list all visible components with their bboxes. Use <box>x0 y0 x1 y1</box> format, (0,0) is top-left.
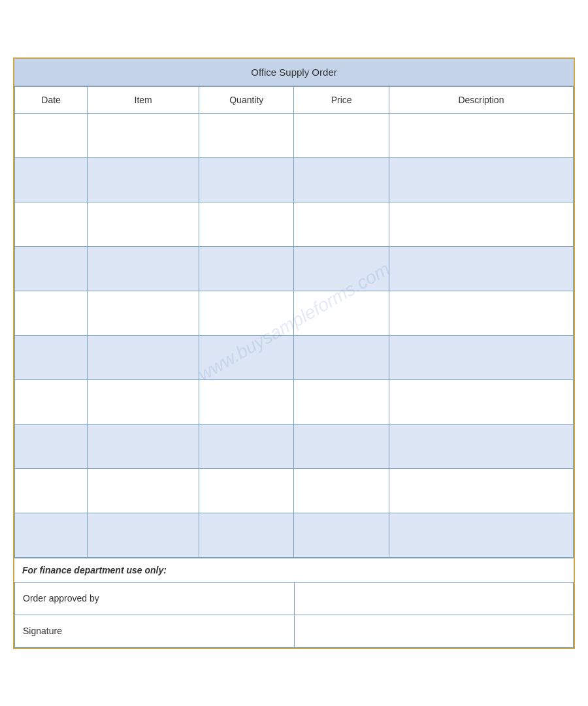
table-cell[interactable] <box>15 513 88 557</box>
col-description: Description <box>389 86 573 113</box>
table-cell[interactable] <box>15 379 88 424</box>
title-text: Office Supply Order <box>251 67 336 78</box>
table-cell[interactable] <box>88 379 199 424</box>
table-cell[interactable] <box>294 246 389 291</box>
table-row[interactable] <box>15 113 574 157</box>
table-row[interactable] <box>15 468 574 513</box>
table-cell[interactable] <box>294 379 389 424</box>
table-row[interactable] <box>15 379 574 424</box>
table-cell[interactable] <box>294 202 389 246</box>
table-cell[interactable] <box>88 291 199 335</box>
col-date: Date <box>15 86 88 113</box>
table-cell[interactable] <box>389 468 573 513</box>
table-cell[interactable] <box>15 424 88 468</box>
col-item: Item <box>88 86 199 113</box>
table-cell[interactable] <box>389 291 573 335</box>
table-cell[interactable] <box>294 113 389 157</box>
table-cell[interactable] <box>199 246 294 291</box>
table-cell[interactable] <box>294 424 389 468</box>
table-row[interactable] <box>15 246 574 291</box>
table-cell[interactable] <box>199 291 294 335</box>
table-cell[interactable] <box>199 379 294 424</box>
table-cell[interactable] <box>15 157 88 202</box>
table-cell[interactable] <box>88 468 199 513</box>
table-cell[interactable] <box>389 113 573 157</box>
table-cell[interactable] <box>389 157 573 202</box>
table-row[interactable] <box>15 424 574 468</box>
table-cell[interactable] <box>199 424 294 468</box>
table-wrapper: www.buysampleforms.com Date Item Quantit… <box>14 86 574 558</box>
table-cell[interactable] <box>199 113 294 157</box>
table-cell[interactable] <box>88 335 199 379</box>
table-cell[interactable] <box>389 513 573 557</box>
form-container: Office Supply Order www.buysampleforms.c… <box>13 57 575 649</box>
main-table: Date Item Quantity Price Description <box>14 86 574 558</box>
approval-table: Order approved bySignature <box>14 582 574 648</box>
approval-label: Order approved by <box>15 582 295 615</box>
table-cell[interactable] <box>389 379 573 424</box>
approval-row: Order approved by <box>15 582 574 615</box>
footer-text: For finance department use only: <box>22 565 167 575</box>
table-row[interactable] <box>15 202 574 246</box>
table-row[interactable] <box>15 291 574 335</box>
form-title: Office Supply Order <box>14 59 574 86</box>
table-row[interactable] <box>15 513 574 557</box>
table-cell[interactable] <box>199 335 294 379</box>
table-cell[interactable] <box>199 468 294 513</box>
table-cell[interactable] <box>88 202 199 246</box>
table-cell[interactable] <box>15 335 88 379</box>
table-cell[interactable] <box>294 291 389 335</box>
approval-value[interactable] <box>294 582 574 615</box>
approval-row: Signature <box>15 615 574 647</box>
table-cell[interactable] <box>15 113 88 157</box>
table-cell[interactable] <box>294 335 389 379</box>
approval-value[interactable] <box>294 615 574 647</box>
table-cell[interactable] <box>389 335 573 379</box>
table-cell[interactable] <box>389 246 573 291</box>
table-row[interactable] <box>15 157 574 202</box>
table-cell[interactable] <box>15 246 88 291</box>
approval-label: Signature <box>15 615 295 647</box>
table-cell[interactable] <box>15 202 88 246</box>
col-price: Price <box>294 86 389 113</box>
table-cell[interactable] <box>88 424 199 468</box>
table-cell[interactable] <box>88 246 199 291</box>
table-cell[interactable] <box>389 424 573 468</box>
table-cell[interactable] <box>15 468 88 513</box>
footer-label: For finance department use only: <box>14 558 574 582</box>
table-cell[interactable] <box>294 513 389 557</box>
table-row[interactable] <box>15 335 574 379</box>
table-cell[interactable] <box>88 113 199 157</box>
table-cell[interactable] <box>15 291 88 335</box>
table-cell[interactable] <box>389 202 573 246</box>
col-quantity: Quantity <box>199 86 294 113</box>
table-cell[interactable] <box>199 157 294 202</box>
table-cell[interactable] <box>294 468 389 513</box>
table-cell[interactable] <box>88 513 199 557</box>
header-row: Date Item Quantity Price Description <box>15 86 574 113</box>
page-wrapper: Office Supply Order www.buysampleforms.c… <box>0 0 588 706</box>
table-cell[interactable] <box>199 202 294 246</box>
table-cell[interactable] <box>294 157 389 202</box>
table-cell[interactable] <box>88 157 199 202</box>
table-cell[interactable] <box>199 513 294 557</box>
